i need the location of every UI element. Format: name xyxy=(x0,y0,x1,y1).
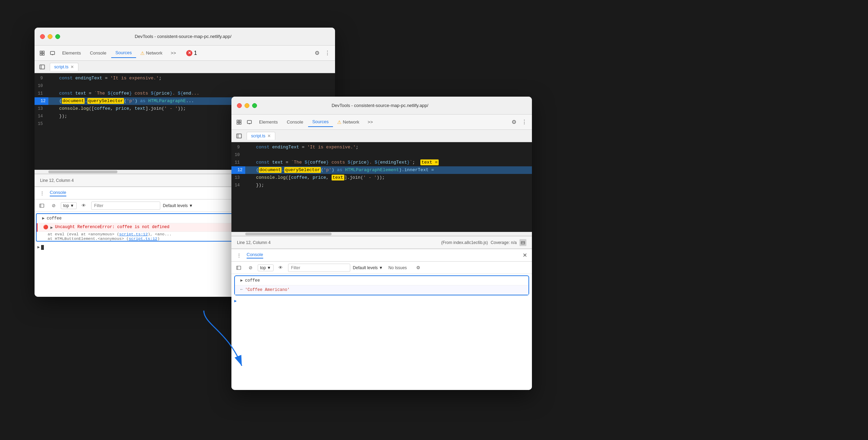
toolbar-1: Elements Console Sources ⚠ Network >> ✕ … xyxy=(35,46,335,61)
default-levels-selector[interactable]: Default levels ▼ xyxy=(163,203,193,208)
svg-rect-11 xyxy=(237,120,239,122)
window-title-2: DevTools - consistent-source-map-pc.netl… xyxy=(233,103,526,108)
console-menu-icon[interactable]: ⋮ xyxy=(37,188,47,198)
w2-code-line-12: 12 (document.querySelector('p') as HTMLP… xyxy=(231,166,532,174)
coffee-result-text: 'Coffee Americano' xyxy=(245,287,526,293)
titlebar-2: DevTools - consistent-source-map-pc.netl… xyxy=(231,97,532,115)
scroll-thumb-1 xyxy=(48,170,117,173)
coverage-text: Coverage: n/a xyxy=(491,240,517,245)
device-icon-2[interactable] xyxy=(245,117,254,127)
svg-rect-1 xyxy=(42,51,44,53)
svg-rect-9 xyxy=(40,204,44,207)
trace-link-2[interactable]: script.ts:12 xyxy=(129,236,158,241)
console-clear-icon[interactable]: ⊘ xyxy=(49,201,58,210)
warn-icon: ⚠ xyxy=(140,50,145,56)
error-icon: 🔴 xyxy=(43,225,48,230)
console-eye-icon-2[interactable]: 👁 xyxy=(276,263,285,272)
status-position: Line 12, Column 4 xyxy=(40,178,74,183)
context-selector[interactable]: top ▼ xyxy=(61,202,77,209)
chevron-down-icon-2: ▼ xyxy=(189,203,193,208)
code-line-9: 9 const endingText = 'It is expensive.'; xyxy=(35,75,335,82)
file-tab-name: script.ts xyxy=(54,65,68,69)
result-arrow-icon: ← xyxy=(240,287,243,292)
svg-rect-22 xyxy=(237,266,241,270)
tab-network-2[interactable]: ⚠ Network xyxy=(334,117,363,127)
console-clear-icon-2[interactable]: ⊘ xyxy=(246,263,255,272)
more-options-icon-2[interactable]: ⋮ xyxy=(519,117,529,127)
more-options-icon[interactable]: ⋮ xyxy=(323,48,332,58)
console-close-button[interactable]: ✕ xyxy=(521,251,529,259)
expand-icon: ▶ xyxy=(42,216,45,221)
file-tab-script-2[interactable]: script.ts ✕ xyxy=(247,132,275,140)
titlebar-1: DevTools - consistent-source-map-pc.netl… xyxy=(35,28,335,46)
scroll-thumb-2 xyxy=(245,233,332,235)
svg-rect-2 xyxy=(40,53,42,55)
svg-rect-7 xyxy=(40,65,45,69)
file-tabs-2: script.ts ✕ xyxy=(231,130,532,142)
inspect-icon-2[interactable] xyxy=(234,117,244,127)
status-position-2: Line 12, Column 4 xyxy=(237,240,270,245)
file-tab-close-2[interactable]: ✕ xyxy=(267,134,271,138)
device-icon[interactable] xyxy=(48,48,57,58)
console-content-2: ▶ coffee ← 'Coffee Americano' ► xyxy=(231,274,532,390)
context-selector-2[interactable]: top ▼ xyxy=(258,264,274,271)
coffee-entry-text-2: coffee xyxy=(245,277,526,284)
error-count-icon: ✕ xyxy=(186,50,192,56)
console-filter-input-2[interactable] xyxy=(288,264,350,272)
chevron-down-icon-4: ▼ xyxy=(379,265,383,270)
console-entry-result[interactable]: ← 'Coffee Americano' xyxy=(235,285,528,295)
sidebar-toggle-2[interactable] xyxy=(234,131,244,141)
no-issues-label: No Issues xyxy=(386,265,410,270)
file-tabs-1: script.ts ✕ xyxy=(35,61,335,73)
expand-icon-error: ▶ xyxy=(50,225,53,230)
tab-console[interactable]: Console xyxy=(86,48,111,58)
w2-code-line-13: 13 console.log([coffee, price, text].joi… xyxy=(231,174,532,182)
tab-sources[interactable]: Sources xyxy=(111,48,136,58)
console-sidebar-toggle-2[interactable] xyxy=(234,263,243,272)
svg-rect-0 xyxy=(40,51,42,53)
scrollbar-2[interactable] xyxy=(231,232,532,236)
settings-icon[interactable]: ⚙ xyxy=(312,48,322,58)
tab-more-2[interactable]: >> xyxy=(363,117,377,127)
result-outline-box: ▶ coffee ← 'Coffee Americano' xyxy=(234,275,529,295)
console-gear-icon[interactable]: ⚙ xyxy=(414,263,423,272)
console-eye-icon[interactable]: 👁 xyxy=(79,201,88,210)
w2-code-line-10: 10 xyxy=(231,151,532,159)
w2-code-line-11: 11 const text = `The ${coffee} costs ${p… xyxy=(231,159,532,166)
tab-more[interactable]: >> xyxy=(166,48,180,58)
error-count: 1 xyxy=(194,50,197,56)
console-menu-icon-2[interactable]: ⋮ xyxy=(234,251,244,260)
file-tab-close[interactable]: ✕ xyxy=(70,65,74,69)
svg-rect-18 xyxy=(237,134,241,138)
devtools-window-2: DevTools - consistent-source-map-pc.netl… xyxy=(231,97,532,390)
console-prompt-2[interactable]: ► xyxy=(231,297,532,306)
sidebar-toggle-1[interactable] xyxy=(37,62,47,72)
console-filter-input[interactable] xyxy=(91,202,160,210)
coverage-icon[interactable] xyxy=(519,239,526,246)
inspect-icon[interactable] xyxy=(37,48,47,58)
chevron-down-icon-3: ▼ xyxy=(267,265,271,270)
tab-network[interactable]: ⚠ Network xyxy=(137,48,166,58)
svg-rect-4 xyxy=(50,51,55,55)
code-editor-2[interactable]: 9 const endingText = 'It is expensive.';… xyxy=(231,142,532,232)
console-tab-2[interactable]: Console xyxy=(247,252,263,258)
w2-code-line-14: 14 }); xyxy=(231,182,532,189)
svg-rect-13 xyxy=(237,123,239,124)
tab-console-2[interactable]: Console xyxy=(283,117,307,127)
trace-link-1[interactable]: script.ts:12 xyxy=(119,232,148,236)
settings-icon-2[interactable]: ⚙ xyxy=(509,117,519,127)
toolbar-2: Elements Console Sources ⚠ Network >> ⚙ … xyxy=(231,115,532,130)
tab-elements-2[interactable]: Elements xyxy=(255,117,282,127)
code-line-11: 11 const text = `The ${coffee} costs ${p… xyxy=(35,90,335,97)
default-levels-selector-2[interactable]: Default levels ▼ xyxy=(353,265,383,270)
console-entry-coffee-2[interactable]: ▶ coffee xyxy=(235,276,528,285)
code-line-10: 10 xyxy=(35,82,335,90)
console-sidebar-toggle[interactable] xyxy=(37,201,46,210)
tab-sources-2[interactable]: Sources xyxy=(308,117,333,127)
file-tab-script[interactable]: script.ts ✕ xyxy=(50,63,78,71)
warn-icon-2: ⚠ xyxy=(337,119,342,125)
tab-elements[interactable]: Elements xyxy=(58,48,85,58)
console-tab[interactable]: Console xyxy=(50,190,66,196)
svg-rect-12 xyxy=(239,120,241,122)
file-tab-name-2: script.ts xyxy=(251,134,265,138)
